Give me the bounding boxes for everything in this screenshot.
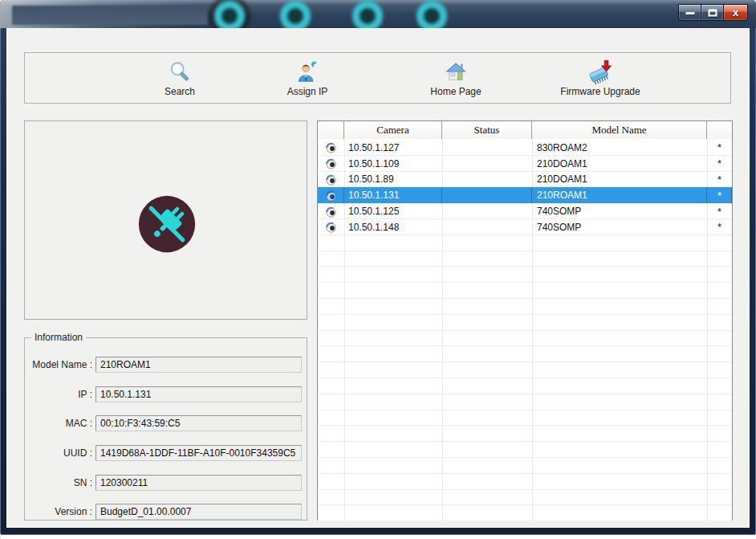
mac-field: MAC : 00:10:F3:43:59:C5	[25, 415, 307, 432]
mac-value[interactable]: 00:10:F3:43:59:C5	[96, 415, 302, 431]
header-model-name[interactable]: Model Name	[532, 121, 707, 139]
assign-ip-button[interactable]: Assign IP	[251, 59, 364, 97]
search-button[interactable]: Search	[124, 59, 236, 97]
camera-model: 210DOAM1	[532, 172, 707, 188]
camera-ip: 10.50.1.148	[344, 219, 442, 235]
camera-flag: *	[707, 203, 732, 219]
camera-ip: 10.50.1.131	[344, 187, 442, 203]
toolbar: Search Assign IP	[24, 52, 731, 104]
screenshot-root: x Search	[0, 0, 756, 539]
table-row[interactable]: 10.50.1.89 210DOAM1 *	[318, 172, 732, 188]
watermark-logo-icon	[214, 1, 245, 28]
camera-ip: 10.50.1.127	[344, 140, 442, 156]
toolbar-button-label: Assign IP	[251, 86, 364, 97]
camera-flag: *	[707, 219, 732, 235]
firmware-upgrade-button[interactable]: Firmware Upgrade	[544, 59, 656, 97]
maximize-button[interactable]	[701, 4, 724, 21]
chip-download-icon	[544, 59, 656, 85]
minimize-button[interactable]	[678, 4, 701, 21]
table-header: Camera Status Model Name	[318, 121, 732, 139]
camera-status	[442, 140, 532, 156]
close-button[interactable]: x	[723, 4, 748, 21]
table-row[interactable]: 10.50.1.127 830ROAM2 *	[318, 140, 732, 156]
uuid-label: UUID :	[25, 447, 92, 459]
client-area: Search Assign IP	[6, 28, 750, 528]
device-table: Camera Status Model Name 10.50.	[317, 120, 733, 521]
table-row[interactable]: 10.50.1.125 740SOMP *	[318, 203, 732, 219]
person-wifi-icon	[251, 59, 364, 85]
camera-status	[442, 187, 532, 203]
version-field: Version : BudgetD_01.00.0007	[25, 504, 307, 521]
table-body: 10.50.1.127 830ROAM2 * 10.50.1.109 210DO…	[318, 140, 732, 521]
table-row-selected[interactable]: 10.50.1.131 210ROAM1 *	[318, 187, 732, 203]
toolbar-button-label: Firmware Upgrade	[544, 86, 656, 97]
camera-status	[442, 172, 532, 188]
camera-eye-icon	[318, 203, 344, 219]
camera-flag: *	[707, 156, 732, 172]
watermark-logo-icon	[352, 1, 383, 28]
camera-eye-icon	[318, 172, 344, 188]
camera-flag: *	[707, 140, 732, 156]
camera-model: 210ROAM1	[532, 187, 707, 203]
title-bar[interactable]	[0, 0, 756, 28]
camera-flag: *	[707, 187, 732, 203]
sn-label: SN :	[25, 477, 92, 488]
version-value[interactable]: BudgetD_01.00.0007	[96, 504, 302, 520]
ip-value[interactable]: 10.50.1.131	[96, 386, 302, 402]
camera-ip: 10.50.1.89	[344, 172, 442, 188]
model-name-value[interactable]: 210ROAM1	[96, 357, 302, 373]
sn-value[interactable]: 120300211	[96, 475, 302, 491]
minimize-icon	[685, 12, 694, 14]
watermark-logo-icon	[417, 1, 447, 28]
toolbar-button-label: Home Page	[400, 86, 512, 97]
preview-panel	[24, 120, 307, 320]
maximize-icon	[708, 9, 717, 16]
camera-ip: 10.50.1.125	[344, 203, 442, 219]
app-window: x Search	[0, 0, 756, 535]
camera-status	[442, 203, 532, 219]
information-title: Information	[31, 332, 86, 343]
camera-flag: *	[707, 172, 732, 188]
sn-field: SN : 120300211	[25, 475, 307, 492]
camera-model: 830ROAM2	[532, 140, 707, 156]
camera-status	[442, 156, 532, 172]
camera-model: 210DOAM1	[532, 156, 707, 172]
uuid-field: UUID : 1419D68A-1DDF-11BF-A10F-0010F3435…	[25, 445, 307, 462]
uuid-value[interactable]: 1419D68A-1DDF-11BF-A10F-0010F34359C5	[96, 445, 302, 461]
ip-field: IP : 10.50.1.131	[25, 386, 307, 403]
table-row[interactable]: 10.50.1.148 740SOMP *	[318, 219, 732, 235]
disconnected-plug-icon	[136, 194, 197, 255]
window-title-redacted	[12, 6, 208, 25]
camera-eye-icon	[318, 187, 344, 203]
model-name-label: Model Name :	[25, 359, 92, 370]
camera-model: 740SOMP	[532, 219, 707, 235]
header-status[interactable]: Status	[442, 121, 532, 139]
camera-eye-icon	[318, 156, 344, 172]
close-icon: x	[724, 6, 747, 18]
house-icon	[400, 59, 512, 85]
watermark-logo-icon	[280, 1, 311, 28]
camera-eye-icon	[318, 219, 344, 235]
information-group: Information Model Name : 210ROAM1 IP : 1…	[24, 337, 307, 521]
model-name-field: Model Name : 210ROAM1	[25, 357, 307, 374]
header-icon-column[interactable]	[318, 121, 344, 139]
header-camera[interactable]: Camera	[344, 121, 442, 139]
ip-label: IP :	[25, 389, 92, 400]
mac-label: MAC :	[25, 418, 92, 429]
magnifier-icon	[124, 59, 236, 85]
camera-status	[442, 219, 532, 235]
camera-ip: 10.50.1.109	[344, 156, 442, 172]
table-row[interactable]: 10.50.1.109 210DOAM1 *	[318, 156, 732, 172]
header-flag-column[interactable]	[707, 121, 732, 139]
version-label: Version :	[25, 506, 92, 517]
toolbar-button-label: Search	[124, 86, 236, 97]
home-page-button[interactable]: Home Page	[400, 59, 512, 97]
camera-eye-icon	[318, 140, 344, 156]
camera-model: 740SOMP	[532, 203, 707, 219]
